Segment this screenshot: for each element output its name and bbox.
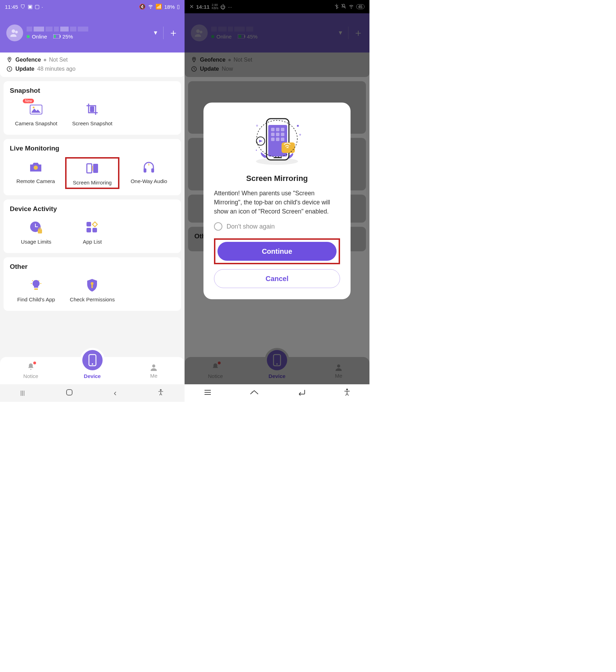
android-nav — [185, 384, 369, 402]
svg-rect-20 — [92, 228, 97, 232]
mute-icon: 🔇 — [139, 4, 146, 10]
svg-point-25 — [92, 363, 93, 365]
other-card: Other Find Child's App Check Permissions — [4, 257, 181, 311]
svg-rect-44 — [281, 128, 284, 131]
svg-point-0 — [12, 29, 15, 33]
svg-rect-46 — [276, 133, 279, 136]
clock-icon — [6, 66, 13, 72]
svg-rect-48 — [271, 138, 275, 141]
svg-point-8 — [33, 107, 35, 108]
live-monitoring-card: Live Monitoring Remote Camera Screen Mir… — [4, 139, 181, 195]
remote-camera-tile[interactable]: Remote Camera — [10, 157, 62, 189]
shield-key-icon — [86, 278, 98, 292]
screen-mirroring-tile[interactable]: Screen Mirroring — [65, 157, 120, 189]
accessibility-icon[interactable] — [344, 388, 351, 398]
accessibility-icon[interactable] — [157, 389, 164, 397]
shield-icon: ⛉ — [20, 4, 26, 10]
photo-icon — [29, 104, 43, 115]
blurred-name — [27, 27, 148, 31]
modal-overlay: Screen Mirroring Attention! When parents… — [185, 0, 369, 402]
dont-show-checkbox[interactable]: Don't show again — [214, 222, 340, 231]
nav-me[interactable]: Me — [123, 357, 185, 384]
svg-rect-50 — [281, 138, 284, 141]
nav-notice[interactable]: Notice — [0, 357, 62, 384]
right-screenshot: ✕ 14:11 2.90KB/s ⏻ ··· 45 Online 45% — [185, 0, 369, 402]
svg-rect-3 — [60, 35, 61, 37]
live-title: Live Monitoring — [10, 145, 175, 152]
clock-lock-icon — [29, 221, 43, 234]
svg-point-10 — [34, 166, 38, 170]
dot-icon: · — [42, 4, 43, 10]
svg-rect-9 — [90, 106, 94, 112]
bulb-icon — [29, 279, 43, 292]
crop-icon — [86, 103, 98, 115]
signal-icon: 📶 — [155, 4, 162, 10]
apps-icon — [86, 221, 98, 234]
back-icon[interactable]: ‹ — [114, 388, 117, 398]
menu-icon[interactable] — [204, 390, 212, 397]
svg-rect-51 — [274, 157, 282, 158]
snapshot-card: Snapshot New Camera Snapshot Screen Snap… — [4, 81, 181, 135]
online-label: Online — [32, 34, 47, 40]
new-badge: New — [23, 99, 34, 103]
back-icon[interactable] — [297, 389, 305, 397]
svg-rect-4 — [54, 35, 56, 38]
status-time: 11:45 — [5, 4, 18, 10]
svg-rect-14 — [151, 168, 154, 173]
svg-rect-47 — [281, 133, 284, 136]
continue-button[interactable]: Continue — [217, 242, 337, 261]
svg-rect-45 — [271, 133, 275, 136]
nav-device[interactable]: Device — [62, 357, 123, 384]
svg-rect-27 — [67, 390, 72, 395]
svg-point-26 — [152, 364, 155, 368]
bottom-nav: Notice Device Me — [0, 357, 185, 384]
svg-point-58 — [346, 389, 347, 390]
headphones-icon — [142, 161, 155, 173]
add-button[interactable]: ＋ — [168, 26, 178, 40]
camera-snapshot-tile[interactable]: New Camera Snapshot — [10, 99, 62, 128]
cancel-button[interactable]: Cancel — [214, 269, 340, 288]
modal-title: Screen Mirroring — [214, 174, 340, 183]
wifi-icon — [148, 4, 153, 10]
home-icon[interactable] — [250, 389, 259, 397]
svg-point-5 — [9, 58, 10, 59]
svg-rect-19 — [86, 228, 91, 232]
svg-rect-23 — [91, 285, 93, 288]
geofence-row[interactable]: Geofence Not Set — [6, 55, 178, 64]
camera-icon — [29, 161, 43, 173]
svg-rect-56 — [297, 125, 299, 127]
battery-icon — [53, 34, 61, 38]
phone-icon — [88, 354, 97, 366]
find-child-app-tile[interactable]: Find Child's App — [10, 275, 62, 304]
chevron-down-icon[interactable]: ▼ — [153, 30, 158, 36]
svg-rect-11 — [87, 164, 92, 173]
svg-point-28 — [160, 390, 161, 391]
recents-icon[interactable]: ||| — [20, 390, 25, 396]
pin-icon — [6, 57, 13, 63]
screen-mirroring-modal: Screen Mirroring Attention! When parents… — [203, 103, 351, 300]
sd-icon: ▣ — [28, 4, 33, 10]
modal-illustration — [214, 112, 340, 168]
checkbox-icon[interactable] — [214, 222, 222, 231]
battery-icon: ▯ — [177, 4, 180, 10]
svg-rect-13 — [144, 168, 146, 173]
svg-rect-49 — [276, 138, 279, 141]
person-icon — [149, 363, 158, 372]
avatar[interactable] — [6, 24, 23, 41]
notification-dot-icon — [33, 362, 36, 364]
svg-rect-43 — [276, 128, 279, 131]
app-list-tile[interactable]: App List — [66, 218, 118, 247]
online-dot-icon — [27, 35, 30, 38]
svg-rect-21 — [34, 288, 38, 290]
modal-body: Attention! When parents use "Screen Mirr… — [214, 189, 340, 216]
one-way-audio-tile[interactable]: One-Way Audio — [123, 157, 175, 189]
update-row[interactable]: Update 48 minutes ago — [6, 64, 178, 74]
check-permissions-tile[interactable]: Check Permissions — [66, 275, 118, 304]
svg-point-1 — [15, 31, 18, 34]
svg-point-57 — [256, 149, 257, 150]
home-icon[interactable] — [65, 388, 73, 398]
usage-limits-tile[interactable]: Usage Limits — [10, 218, 62, 247]
snapshot-title: Snapshot — [10, 87, 175, 94]
left-screenshot: 11:45 ⛉ ▣ ▢ · 🔇 📶 18% ▯ Online — [0, 0, 185, 402]
screen-snapshot-tile[interactable]: Screen Snapshot — [66, 99, 118, 128]
